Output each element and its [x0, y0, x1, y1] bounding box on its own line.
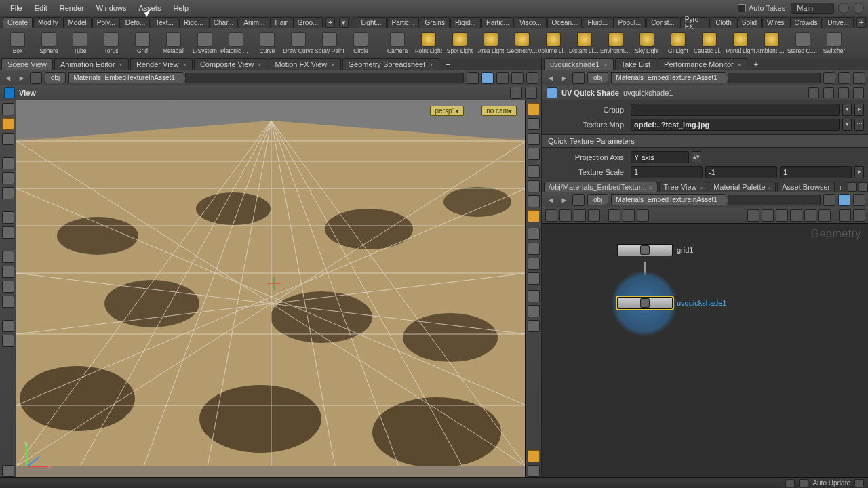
disp-shaded[interactable]: [528, 103, 540, 115]
shelf-tube[interactable]: Tube: [65, 30, 95, 57]
shelf-tab[interactable]: Anim...: [239, 17, 269, 28]
viewport-menu-icon[interactable]: [510, 87, 522, 99]
tool-select[interactable]: [2, 118, 14, 130]
net-list2-icon[interactable]: [559, 209, 572, 222]
shelf-arealight[interactable]: Area Light: [476, 30, 506, 57]
shelf-tab[interactable]: Ocean...: [547, 17, 583, 28]
tool-bones[interactable]: [2, 226, 14, 239]
net-tab-matpal[interactable]: Material Palette×: [709, 182, 776, 192]
disp-hidden[interactable]: [528, 148, 540, 160]
net-sticky-icon[interactable]: [623, 209, 635, 222]
path-node[interactable]: Materials_EmbedTextureInAsset1: [611, 72, 725, 83]
shelf-tab[interactable]: Char...: [209, 17, 238, 28]
shelf-lsystem[interactable]: L-System: [190, 30, 220, 57]
shelf-tab[interactable]: Visco...: [515, 17, 547, 28]
pane-tab-compview[interactable]: Composite View×: [194, 58, 268, 70]
parm-texscale-y[interactable]: [705, 166, 777, 178]
render-icon[interactable]: [496, 72, 509, 84]
shelf-tab[interactable]: Groo...: [293, 17, 323, 28]
nav-back-icon[interactable]: ◄: [3, 73, 14, 83]
help-icon[interactable]: [853, 3, 864, 14]
reload-icon[interactable]: [823, 87, 834, 98]
home-icon[interactable]: [572, 194, 585, 206]
gear-icon[interactable]: [808, 87, 819, 98]
shelf-spraypaint[interactable]: Spray Paint: [315, 30, 344, 57]
shelf-tab[interactable]: Text...: [151, 17, 178, 28]
shelf-tab[interactable]: Grains: [420, 17, 449, 28]
disp-points[interactable]: [528, 165, 540, 178]
net-layout4-icon[interactable]: [790, 209, 802, 222]
nav-fwd-icon[interactable]: ►: [559, 73, 570, 83]
menu-edit[interactable]: Edit: [28, 1, 54, 15]
disp-normals[interactable]: [528, 180, 540, 192]
shelf-switcher[interactable]: Switcher: [819, 30, 849, 57]
path-context[interactable]: obj: [587, 194, 608, 205]
layout-icon[interactable]: [511, 72, 524, 84]
close-icon[interactable]: ×: [258, 62, 261, 68]
shelf-tab[interactable]: Model: [63, 17, 91, 28]
path-field[interactable]: [185, 73, 464, 83]
path-field[interactable]: [728, 195, 821, 205]
shelf-tab[interactable]: Wires: [762, 17, 789, 28]
auto-takes-checkbox[interactable]: [738, 4, 746, 12]
menu-help[interactable]: Help: [167, 1, 195, 15]
pin-icon[interactable]: [467, 72, 479, 84]
camera-badge[interactable]: persp1▾: [430, 106, 464, 116]
shelf-box[interactable]: Box: [3, 30, 33, 57]
net-opts-icon[interactable]: [853, 209, 865, 222]
dropdown-icon[interactable]: ▾: [842, 104, 852, 116]
tool-snap3[interactable]: [2, 281, 14, 293]
disp-x4[interactable]: [528, 272, 540, 285]
disp-x2[interactable]: [528, 243, 540, 255]
tool-brush[interactable]: [2, 320, 14, 332]
disp-x5[interactable]: [528, 290, 540, 302]
shelf-skylight[interactable]: Sky Light: [632, 30, 662, 57]
path-node[interactable]: Materials_EmbedTextureInAsset1: [611, 194, 725, 205]
shelf-stereocam[interactable]: Stereo Cam...: [788, 30, 818, 57]
shelf-camera[interactable]: Camera: [382, 30, 412, 57]
pane-tab-animeditor[interactable]: Animation Editor×: [54, 58, 129, 70]
info-icon[interactable]: [838, 87, 849, 98]
shelf-drawcurve[interactable]: Draw Curve: [283, 30, 313, 57]
net-layout3-icon[interactable]: [776, 209, 788, 222]
shelf-tab[interactable]: Create: [3, 17, 33, 28]
shelf-tab[interactable]: Light...: [357, 17, 387, 28]
status-reload-icon[interactable]: [799, 479, 808, 487]
shelf-grid[interactable]: Grid: [127, 30, 157, 57]
shelf-causticlight[interactable]: Caustic Light: [694, 30, 724, 57]
tool-rotate[interactable]: [2, 172, 14, 184]
net-group-icon[interactable]: [637, 209, 649, 222]
close-icon[interactable]: ×: [768, 185, 772, 191]
disp-mat[interactable]: [528, 210, 540, 222]
menu-assets[interactable]: Assets: [132, 1, 167, 15]
parm-group-field[interactable]: [631, 104, 840, 116]
auto-update-label[interactable]: Auto Update: [812, 479, 850, 487]
pane-tab-sceneview[interactable]: Scene View: [1, 58, 53, 70]
shelf-envlight[interactable]: Environme...: [601, 30, 631, 57]
view-label[interactable]: View: [19, 89, 36, 97]
pane-tab-takes[interactable]: Take List: [615, 58, 656, 70]
net-list4-icon[interactable]: [588, 209, 600, 222]
close-icon[interactable]: ×: [604, 62, 607, 68]
pane-tab-motionfx[interactable]: Motion FX View×: [269, 58, 340, 70]
tool-axis-icon[interactable]: [2, 465, 14, 477]
disp-x3[interactable]: [528, 258, 540, 270]
net-layout1-icon[interactable]: [747, 209, 760, 222]
shelf-metaball[interactable]: Metaball: [159, 30, 189, 57]
parm-texmap-field[interactable]: [631, 119, 840, 131]
close-icon[interactable]: ×: [650, 185, 653, 191]
shelf-vollight[interactable]: Volume Light: [538, 30, 568, 57]
shelf-geolight[interactable]: Geometry L...: [507, 30, 537, 57]
shelf-tab[interactable]: Solid: [737, 17, 762, 28]
shelf-pointlight[interactable]: Point Light: [414, 30, 443, 57]
tool-view[interactable]: [2, 103, 14, 115]
menu-render[interactable]: Render: [54, 1, 90, 15]
nav-fwd-icon[interactable]: ►: [559, 195, 570, 205]
shelf-distlight[interactable]: Distant Light: [570, 30, 599, 57]
net-tab-asset[interactable]: Asset Browser: [777, 182, 835, 192]
node-uvquickshade1[interactable]: uvquickshade1: [617, 297, 726, 309]
tool-move[interactable]: [2, 157, 14, 169]
more-icon[interactable]: ▸: [854, 166, 864, 178]
disp-x1[interactable]: [528, 228, 540, 240]
shelf-tab[interactable]: Cloth: [711, 17, 736, 28]
